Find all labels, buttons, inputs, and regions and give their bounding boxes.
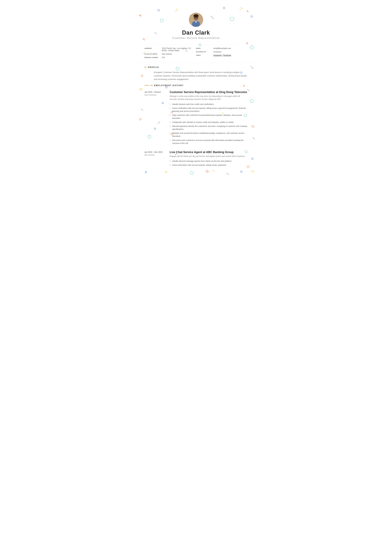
bullet-item: Handle inbound message queries from clie…	[170, 160, 248, 163]
address-label: ADDRESS	[144, 47, 162, 49]
bullet-item: Handle inbound calls from credit card ca…	[170, 103, 248, 106]
job-2-title: Live Chat Service Agent at ABC Banking G…	[170, 151, 248, 154]
links-row: LINKS Instagram, Facebook	[196, 54, 248, 56]
job-1-description: Manage to solve any problems that may ar…	[170, 95, 248, 101]
facebook-link[interactable]: Facebook	[223, 54, 231, 56]
person-name: Dan Clark	[133, 29, 259, 36]
svg-point-57	[193, 14, 199, 17]
profile-section: 01 PROFILE Energetic Customer Service Re…	[136, 63, 256, 83]
license-value: Full	[162, 56, 165, 58]
bullet-item: Collaborate with clientele to resolve cr…	[170, 121, 248, 124]
contact-right: EMAIL email@example.com NATIONALITY Amer…	[196, 47, 248, 60]
job-1-right: Customer Service Representative at Ding …	[170, 90, 248, 146]
profile-section-number: 01	[144, 66, 147, 68]
birth-value: San Antonio	[162, 53, 172, 55]
header-section: Dan Clark Customer Service Representativ…	[133, 0, 259, 44]
license-row: DRIVING LICENSE Full	[144, 56, 196, 58]
job-2-date: Jan 2018 – Dec 2018	[144, 151, 170, 153]
email-label: EMAIL	[196, 47, 213, 49]
nationality-label: NATIONALITY	[196, 51, 213, 53]
profile-section-title: PROFILE	[148, 66, 159, 68]
profile-header: 01 PROFILE	[144, 66, 248, 68]
bullet-item: Help customers with credit line increase…	[170, 114, 248, 120]
bullet-item: Document each customer's account accesse…	[170, 139, 248, 145]
job-2-description: Engage with 80 clients per day via the l…	[170, 155, 248, 158]
avatar	[189, 13, 203, 27]
job-2-location: San Antonio	[144, 154, 170, 156]
job-1-location: San Francisco	[144, 94, 170, 96]
job-1-date: Jan 2019 – Present	[144, 91, 170, 93]
links-label: LINKS	[196, 54, 213, 56]
nationality-row: NATIONALITY American	[196, 51, 248, 53]
job-1-bullets: Handle inbound calls from credit card ca…	[170, 103, 248, 145]
employment-header: 02 EMPLOYMENT HISTORY	[144, 84, 248, 87]
birth-row: PLACE OF BIRTH San Antonio	[144, 53, 196, 55]
links-value: Instagram, Facebook	[213, 54, 231, 56]
bullet-item: Assist subscribers with account queries,…	[170, 164, 248, 167]
job-1-left: Jan 2019 – Present San Francisco	[144, 90, 170, 146]
bullet-item: Allocate payments directly into customer…	[170, 125, 248, 131]
svg-point-60	[195, 17, 195, 18]
address-value: 1515 Pacific Ave, Los Angeles, CA90291, …	[162, 47, 191, 52]
employment-section: 02 EMPLOYMENT HISTORY Jan 2019 – Present…	[136, 83, 256, 174]
svg-point-61	[197, 17, 198, 18]
person-title: Customer Service Representative	[133, 37, 259, 39]
contact-left: ADDRESS 1515 Pacific Ave, Los Angeles, C…	[144, 47, 196, 60]
bullet-item: Maintain and exceed the bank's establish…	[170, 132, 248, 138]
employment-section-number: 02	[150, 84, 153, 87]
avatar-image	[189, 13, 203, 27]
job-2-bullets: Handle inbound message queries from clie…	[170, 160, 248, 167]
profile-text: Energetic Customer Service Representativ…	[144, 71, 248, 81]
job-1-title: Customer Service Representative at Ding …	[170, 90, 248, 94]
employment-section-title: EMPLOYMENT HISTORY	[154, 84, 184, 87]
job-entry-2: Jan 2018 – Dec 2018 San Antonio Live Cha…	[144, 151, 248, 168]
job-2-left: Jan 2018 – Dec 2018 San Antonio	[144, 151, 170, 168]
license-label: DRIVING LICENSE	[144, 56, 162, 58]
email-value: email@example.com	[213, 47, 231, 50]
nationality-value: American	[213, 51, 221, 53]
employment-accent	[144, 85, 149, 86]
bullet-item: Assist cardholders with account queries,…	[170, 107, 248, 113]
contact-section: ADDRESS 1515 Pacific Ave, Los Angeles, C…	[136, 44, 256, 63]
job-entry-1: Jan 2019 – Present San Francisco Custome…	[144, 90, 248, 146]
job-2-right: Live Chat Service Agent at ABC Banking G…	[170, 151, 248, 168]
email-row: EMAIL email@example.com	[196, 47, 248, 50]
birth-label: PLACE OF BIRTH	[144, 53, 162, 55]
instagram-link[interactable]: Instagram	[213, 54, 222, 56]
address-row: ADDRESS 1515 Pacific Ave, Los Angeles, C…	[144, 47, 196, 52]
resume-page: Dan Clark Customer Service Representativ…	[133, 0, 259, 177]
